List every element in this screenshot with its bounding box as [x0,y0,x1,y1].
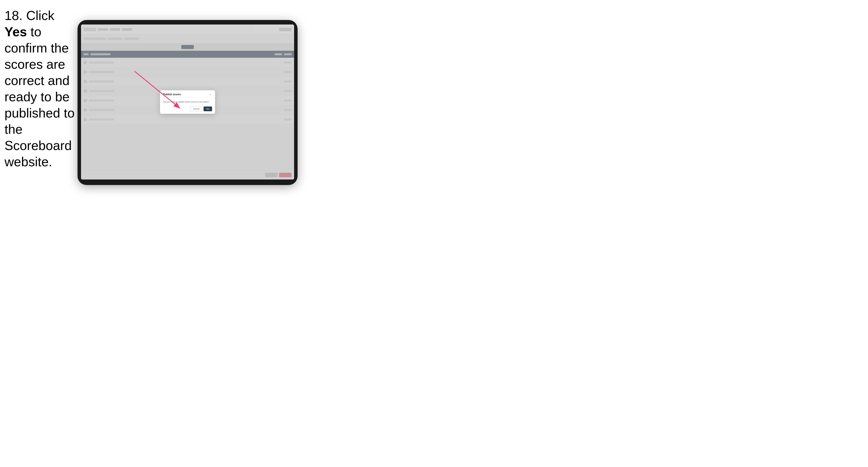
instruction-suffix: to confirm the scores are correct and re… [4,25,74,169]
instruction-prefix: Click [26,8,55,23]
yes-button[interactable]: Yes [204,106,212,111]
tablet: Publish scores × Are you ready to publis… [78,20,298,185]
modal-close-button[interactable]: × [209,93,212,96]
tablet-outer: Publish scores × Are you ready to publis… [78,20,298,185]
step-number: 18. [4,8,23,23]
modal-header: Publish scores × [160,90,215,98]
modal-actions: Cancel Yes [163,106,212,111]
publish-scores-dialog: Publish scores × Are you ready to publis… [160,90,215,114]
tablet-screen: Publish scores × Are you ready to publis… [81,25,294,180]
instruction-text: 18. Click Yes to confirm the scores are … [4,7,77,170]
modal-body: Are you ready to publish these scores to… [160,98,215,114]
cancel-button[interactable]: Cancel [190,106,202,111]
yes-keyword: Yes [4,25,27,39]
modal-overlay: Publish scores × Are you ready to publis… [81,25,294,180]
modal-title: Publish scores [163,93,181,96]
modal-message: Are you ready to publish these scores to… [163,100,212,103]
